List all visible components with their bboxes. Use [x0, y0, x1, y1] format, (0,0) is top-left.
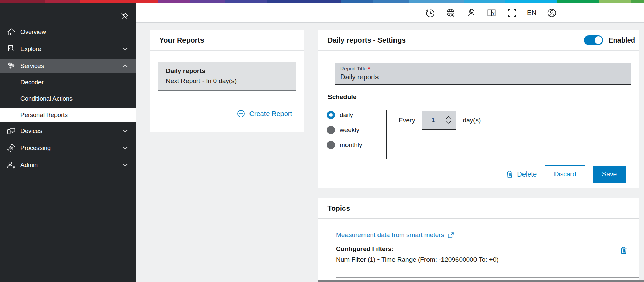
radio-label: weekly: [340, 126, 359, 134]
enabled-toggle[interactable]: [584, 35, 603, 45]
report-settings-panel: Daily reports - Settings Enabled Report …: [318, 30, 639, 188]
services-icon: [6, 61, 16, 71]
settings-title: Daily reports - Settings: [327, 36, 406, 44]
account-icon[interactable]: [546, 7, 557, 18]
help-icon[interactable]: ?: [486, 7, 497, 18]
unpin-icon[interactable]: [120, 12, 129, 21]
create-report-button[interactable]: Create Report: [237, 110, 292, 118]
discard-button[interactable]: Discard: [545, 165, 585, 183]
external-link-icon: [448, 232, 454, 238]
interval-value: 1: [422, 116, 444, 124]
sidebar-item-label: Explore: [20, 46, 41, 53]
devices-icon: [6, 126, 16, 136]
chevron-down-icon: [122, 145, 129, 151]
sidebar-item-label: Services: [20, 63, 44, 70]
schedule-divider: [386, 110, 387, 159]
topics-panel: Topics Measurement data from smart meter…: [318, 198, 639, 282]
toggle-knob: [594, 36, 603, 45]
topic-link[interactable]: Measurement data from smart meters: [336, 231, 454, 239]
stepper-down-icon[interactable]: [445, 121, 452, 124]
unit-label: day(s): [463, 117, 481, 124]
report-title-label: Report Title *: [340, 66, 626, 71]
sidebar-item-conditional-actions[interactable]: Conditional Actions: [0, 90, 136, 107]
horizontal-scrollbar[interactable]: [318, 280, 644, 282]
report-item-subtitle: Next Report - In 0 day(s): [166, 77, 289, 85]
stepper-up-icon[interactable]: [445, 116, 452, 119]
interval-group: Every 1 day(s): [399, 111, 481, 130]
sidebar-item-devices[interactable]: Devices: [0, 123, 136, 139]
every-label: Every: [399, 117, 415, 124]
processing-icon: [6, 143, 16, 153]
report-title-field[interactable]: Report Title * Daily reports: [335, 63, 631, 85]
trash-icon: [505, 170, 514, 178]
sidebar-item-label: Admin: [20, 162, 38, 169]
sidebar-item-explore[interactable]: Explore: [0, 41, 136, 57]
admin-icon: [6, 160, 16, 170]
radio-option-weekly[interactable]: weekly: [327, 126, 363, 134]
topics-title: Topics: [327, 204, 350, 212]
brand-supergraphic: [0, 0, 644, 3]
support-icon[interactable]: [466, 7, 477, 18]
sidebar-item-label: Processing: [20, 145, 51, 152]
required-asterisk: *: [368, 66, 370, 71]
plus-circle-icon: [237, 110, 245, 118]
sidebar: Overview Explore: [0, 3, 136, 282]
explore-icon: [6, 44, 16, 54]
your-reports-title: Your Reports: [159, 36, 204, 44]
topic-delete-button[interactable]: [619, 246, 628, 256]
configured-filters-summary: Num Filter (1) • Time Range (From: -1209…: [336, 256, 499, 263]
topic-separator: [336, 277, 639, 278]
radio-option-monthly[interactable]: monthly: [327, 141, 363, 149]
delete-label: Delete: [517, 170, 537, 178]
radio-option-daily[interactable]: daily: [327, 111, 363, 119]
web-icon[interactable]: [445, 7, 456, 18]
chevron-down-icon: [122, 162, 129, 168]
interval-stepper[interactable]: 1: [422, 111, 456, 130]
report-list-item[interactable]: Daily reports Next Report - In 0 day(s): [158, 62, 296, 91]
sidebar-item-label: Decoder: [20, 79, 44, 86]
fullscreen-icon[interactable]: [506, 7, 517, 18]
chevron-down-icon: [122, 128, 129, 134]
report-item-title: Daily reports: [166, 67, 289, 75]
sidebar-item-services[interactable]: Services: [0, 59, 136, 73]
radio-selected-icon[interactable]: [327, 111, 335, 119]
sidebar-item-label: Personal Reports: [20, 112, 68, 119]
sidebar-item-label: Devices: [20, 128, 42, 135]
trash-icon: [619, 246, 628, 255]
chevron-down-icon: [122, 46, 129, 52]
your-reports-panel: Your Reports Daily reports Next Report -…: [150, 30, 304, 132]
schedule-heading: Schedule: [328, 93, 356, 101]
history-icon[interactable]: [425, 7, 436, 18]
report-title-value: Daily reports: [340, 73, 626, 81]
delete-button[interactable]: Delete: [505, 170, 537, 178]
save-button[interactable]: Save: [593, 166, 626, 183]
radio-unselected-icon[interactable]: [327, 126, 335, 134]
sidebar-item-decoder[interactable]: Decoder: [0, 74, 136, 90]
radio-label: daily: [340, 111, 353, 119]
radio-unselected-icon[interactable]: [327, 141, 335, 149]
create-report-label: Create Report: [249, 110, 292, 118]
radio-label: monthly: [340, 141, 363, 149]
sidebar-nav: Overview Explore: [0, 24, 136, 173]
sidebar-item-admin[interactable]: Admin: [0, 157, 136, 173]
home-icon: [6, 27, 16, 37]
sidebar-item-label: Overview: [20, 29, 46, 36]
topbar: ? EN: [136, 3, 644, 23]
sidebar-item-label: Conditional Actions: [20, 95, 73, 102]
language-selector[interactable]: EN: [527, 7, 537, 18]
sidebar-item-processing[interactable]: Processing: [0, 140, 136, 156]
sidebar-item-overview[interactable]: Overview: [0, 24, 136, 40]
enabled-label: Enabled: [609, 36, 635, 44]
sidebar-item-personal-reports[interactable]: Personal Reports: [0, 108, 136, 122]
schedule-options: daily weekly monthly: [327, 111, 363, 156]
chevron-up-icon: [122, 63, 129, 69]
configured-filters-label: Configured Filters:: [336, 245, 394, 253]
svg-text:?: ?: [492, 11, 494, 15]
